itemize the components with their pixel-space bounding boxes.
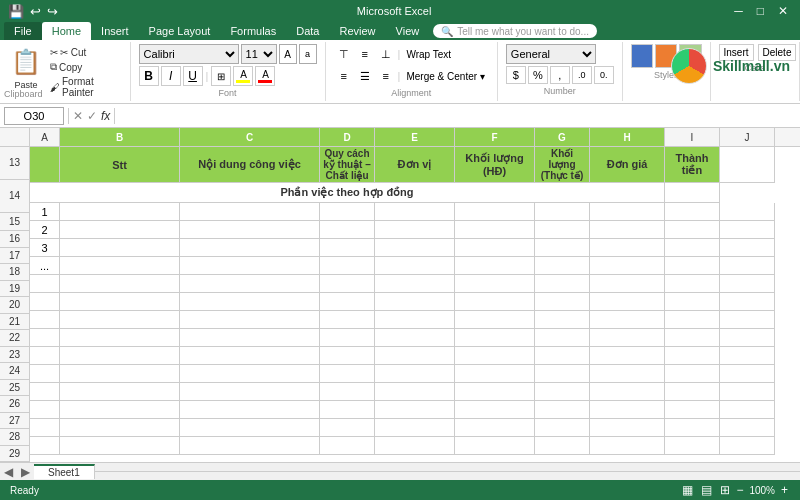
cell-a22[interactable] <box>30 311 60 329</box>
cell-merged-15[interactable]: Phần việc theo hợp đồng <box>30 183 665 203</box>
cell-i24[interactable] <box>665 347 720 365</box>
cell-d21[interactable] <box>320 293 375 311</box>
cell-j21[interactable] <box>720 293 775 311</box>
cell-f25[interactable] <box>455 365 535 383</box>
cell-i27[interactable] <box>665 401 720 419</box>
cell-i17[interactable] <box>665 221 720 239</box>
cell-b28[interactable] <box>60 419 180 437</box>
cell-j18[interactable] <box>720 239 775 257</box>
cell-c19[interactable] <box>180 257 320 275</box>
view-pagebreak[interactable]: ⊞ <box>720 483 730 497</box>
cell-e17[interactable] <box>375 221 455 239</box>
cell-d16[interactable] <box>320 203 375 221</box>
cell-b24[interactable] <box>60 347 180 365</box>
col-header-f[interactable]: F <box>455 128 535 146</box>
cell-a17[interactable]: 2 <box>30 221 60 239</box>
cell-a26[interactable] <box>30 383 60 401</box>
cell-a29[interactable] <box>30 437 60 455</box>
cell-i29[interactable] <box>665 437 720 455</box>
tab-home[interactable]: Home <box>42 22 91 40</box>
cell-c16[interactable] <box>180 203 320 221</box>
underline-button[interactable]: U <box>183 66 203 86</box>
cell-j26[interactable] <box>720 383 775 401</box>
cell-i13[interactable]: Thành tiền <box>665 147 720 183</box>
cell-f26[interactable] <box>455 383 535 401</box>
paste-button[interactable]: 📋 Paste <box>8 44 44 90</box>
cell-a23[interactable] <box>30 329 60 347</box>
cell-h17[interactable] <box>590 221 665 239</box>
cell-c21[interactable] <box>180 293 320 311</box>
cell-a25[interactable] <box>30 365 60 383</box>
cell-h16[interactable] <box>590 203 665 221</box>
cell-e19[interactable] <box>375 257 455 275</box>
cell-g18[interactable] <box>535 239 590 257</box>
cell-f24[interactable] <box>455 347 535 365</box>
cell-f28[interactable] <box>455 419 535 437</box>
cell-h13[interactable]: Đơn giá <box>590 147 665 183</box>
cell-g16[interactable] <box>535 203 590 221</box>
cell-i22[interactable] <box>665 311 720 329</box>
cell-j25[interactable] <box>720 365 775 383</box>
font-size-increase[interactable]: A <box>279 44 297 64</box>
tab-insert[interactable]: Insert <box>91 22 139 40</box>
tab-file[interactable]: File <box>4 22 42 40</box>
cell-h19[interactable] <box>590 257 665 275</box>
cell-f27[interactable] <box>455 401 535 419</box>
cell-g19[interactable] <box>535 257 590 275</box>
align-right-button[interactable]: ≡ <box>376 66 396 86</box>
cell-g24[interactable] <box>535 347 590 365</box>
col-header-i[interactable]: I <box>665 128 720 146</box>
cell-d24[interactable] <box>320 347 375 365</box>
col-header-d[interactable]: D <box>320 128 375 146</box>
col-header-h[interactable]: H <box>590 128 665 146</box>
cell-j23[interactable] <box>720 329 775 347</box>
bold-button[interactable]: B <box>139 66 159 86</box>
cell-h29[interactable] <box>590 437 665 455</box>
tab-review[interactable]: Review <box>329 22 385 40</box>
cell-h23[interactable] <box>590 329 665 347</box>
cell-d19[interactable] <box>320 257 375 275</box>
name-box[interactable] <box>4 107 64 125</box>
cell-d23[interactable] <box>320 329 375 347</box>
cell-b21[interactable] <box>60 293 180 311</box>
cell-b23[interactable] <box>60 329 180 347</box>
col-header-e[interactable]: E <box>375 128 455 146</box>
cell-d25[interactable] <box>320 365 375 383</box>
align-center-button[interactable]: ☰ <box>355 66 375 86</box>
comma-button[interactable]: , <box>550 66 570 84</box>
cell-a20[interactable] <box>30 275 60 293</box>
cell-i25[interactable] <box>665 365 720 383</box>
view-layout[interactable]: ▤ <box>701 483 712 497</box>
percent-button[interactable]: % <box>528 66 548 84</box>
sheet-tab-nav-right[interactable]: ▶ <box>17 465 34 479</box>
cell-h27[interactable] <box>590 401 665 419</box>
cell-e22[interactable] <box>375 311 455 329</box>
cell-a27[interactable] <box>30 401 60 419</box>
align-left-button[interactable]: ≡ <box>334 66 354 86</box>
cell-b19[interactable] <box>60 257 180 275</box>
cell-a28[interactable] <box>30 419 60 437</box>
cell-b17[interactable] <box>60 221 180 239</box>
cell-c23[interactable] <box>180 329 320 347</box>
tell-me-box[interactable]: 🔍 Tell me what you want to do... <box>433 24 597 38</box>
confirm-icon[interactable]: ✓ <box>87 109 97 123</box>
cell-d22[interactable] <box>320 311 375 329</box>
copy-button[interactable]: ⧉ Copy <box>48 60 122 74</box>
decimal-increase[interactable]: .0 <box>572 66 592 84</box>
cell-g13[interactable]: Khối lượng (Thực tế) <box>535 147 590 183</box>
col-header-a[interactable]: A <box>30 128 60 146</box>
cell-b18[interactable] <box>60 239 180 257</box>
cell-f21[interactable] <box>455 293 535 311</box>
cell-h25[interactable] <box>590 365 665 383</box>
cell-d13[interactable]: Quy cách kỹ thuật – Chất liệu <box>320 147 375 183</box>
cell-b16[interactable] <box>60 203 180 221</box>
window-maximize[interactable]: □ <box>753 4 768 18</box>
font-size-select[interactable]: 11 <box>241 44 277 64</box>
cell-a13[interactable] <box>30 147 60 183</box>
italic-button[interactable]: I <box>161 66 181 86</box>
cell-i21[interactable] <box>665 293 720 311</box>
cell-e29[interactable] <box>375 437 455 455</box>
font-size-decrease[interactable]: a <box>299 44 317 64</box>
cell-h28[interactable] <box>590 419 665 437</box>
cell-e21[interactable] <box>375 293 455 311</box>
